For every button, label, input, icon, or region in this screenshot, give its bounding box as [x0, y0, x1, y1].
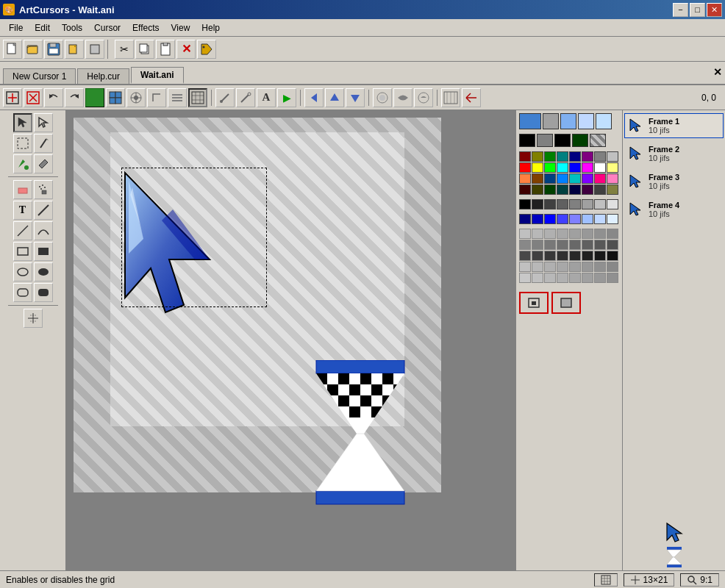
color-cell[interactable] — [557, 273, 568, 283]
color-cell[interactable] — [569, 162, 581, 173]
color-cell[interactable] — [519, 214, 531, 224]
spray-tool[interactable] — [34, 180, 53, 199]
effect-1-btn[interactable] — [373, 88, 392, 107]
color-cell[interactable] — [569, 173, 581, 184]
color-cell[interactable] — [532, 251, 543, 261]
frame-1-item[interactable]: Frame 1 10 jifs — [624, 113, 724, 138]
color-cell[interactable] — [557, 199, 568, 209]
curve-tool[interactable] — [34, 221, 53, 240]
color-cell[interactable] — [607, 240, 618, 250]
gray-swatch[interactable] — [537, 134, 553, 147]
color-cell[interactable] — [594, 184, 606, 195]
ellipse-tool[interactable] — [13, 262, 32, 282]
color-cell[interactable] — [519, 184, 531, 195]
dark-swatch[interactable] — [554, 134, 571, 147]
color-cell[interactable] — [532, 273, 543, 283]
menu-cursor[interactable]: Cursor — [88, 21, 126, 35]
color-swatch-2[interactable] — [578, 113, 594, 129]
color-cell[interactable] — [569, 262, 581, 272]
select-tool[interactable] — [13, 113, 32, 132]
rounded-rect-tool[interactable] — [13, 283, 32, 302]
tab-wait-ani[interactable]: Wait.ani — [131, 67, 184, 84]
dark-green-swatch[interactable] — [572, 134, 588, 147]
color-cell[interactable] — [582, 151, 593, 162]
filled-rounded-rect-tool[interactable] — [34, 283, 53, 302]
rect-tool[interactable] — [13, 242, 32, 261]
color-cell[interactable] — [607, 273, 618, 283]
color-cell[interactable] — [594, 229, 606, 239]
color-cell[interactable] — [544, 240, 556, 250]
color-cell[interactable] — [582, 214, 593, 224]
color-cell[interactable] — [557, 162, 568, 173]
paste-button[interactable] — [156, 40, 175, 59]
eraser-tool[interactable] — [13, 180, 32, 199]
effect-2-btn[interactable] — [393, 88, 413, 107]
active-bg-color[interactable] — [543, 113, 559, 129]
color-cell[interactable] — [607, 184, 618, 195]
color-cell[interactable] — [544, 251, 556, 261]
color-cell[interactable] — [569, 214, 581, 224]
menu-tools[interactable]: Tools — [56, 21, 88, 35]
color-cell[interactable] — [557, 251, 568, 261]
color-cell[interactable] — [607, 199, 618, 209]
color-cell[interactable] — [544, 273, 556, 283]
canvas-area[interactable] — [66, 110, 515, 570]
properties-button[interactable] — [85, 40, 104, 59]
color-cell[interactable] — [519, 162, 531, 173]
color-cell[interactable] — [557, 214, 568, 224]
zoom-out-btn[interactable] — [462, 88, 481, 107]
tab-help-cur[interactable]: Help.cur — [77, 68, 129, 84]
select-all-tool[interactable] — [34, 113, 53, 132]
move-down-btn[interactable] — [346, 88, 365, 107]
color-cell[interactable] — [582, 184, 593, 195]
color-cell[interactable] — [519, 173, 531, 184]
color-swatch-3[interactable] — [596, 113, 612, 129]
color-cell[interactable] — [594, 214, 606, 224]
menu-edit[interactable]: Edit — [29, 21, 56, 35]
new-frame-button[interactable] — [3, 88, 22, 107]
color-cell[interactable] — [532, 229, 543, 239]
redo-button[interactable] — [65, 88, 84, 107]
menu-file[interactable]: File — [3, 21, 29, 35]
new-button[interactable] — [3, 40, 22, 59]
color-cell[interactable] — [582, 199, 593, 209]
color-cell[interactable] — [582, 162, 593, 173]
color-cell[interactable] — [594, 199, 606, 209]
color-cell[interactable] — [519, 151, 531, 162]
airbrush-btn[interactable] — [236, 88, 255, 107]
color-cell[interactable] — [582, 240, 593, 250]
delete-button[interactable]: ✕ — [176, 40, 196, 59]
color-cell[interactable] — [582, 273, 593, 283]
hand-button[interactable] — [126, 88, 146, 107]
color-cell[interactable] — [544, 229, 556, 239]
save-button[interactable] — [44, 40, 63, 59]
extra-tool[interactable] — [34, 201, 53, 220]
menu-help[interactable]: Help — [196, 21, 226, 35]
color-cell[interactable] — [569, 229, 581, 239]
color-cell[interactable] — [557, 240, 568, 250]
color-cell[interactable] — [582, 251, 593, 261]
color-cell[interactable] — [569, 199, 581, 209]
frame-4-item[interactable]: Frame 4 10 jifs — [624, 197, 724, 222]
color-cell[interactable] — [532, 214, 543, 224]
color-cell[interactable] — [607, 173, 618, 184]
color-cell[interactable] — [594, 251, 606, 261]
color-cell[interactable] — [582, 229, 593, 239]
color-cell[interactable] — [544, 184, 556, 195]
color-cell[interactable] — [532, 151, 543, 162]
frame-2-item[interactable]: Frame 2 10 jifs — [624, 141, 724, 166]
color-cell[interactable] — [582, 173, 593, 184]
color-swatch-1[interactable] — [560, 113, 576, 129]
color-cell[interactable] — [519, 240, 531, 250]
maximize-button[interactable]: □ — [690, 3, 705, 17]
color-cell[interactable] — [594, 262, 606, 272]
copy-button[interactable] — [135, 40, 154, 59]
play-button[interactable]: ▶ — [277, 88, 296, 107]
minimize-button[interactable]: − — [673, 3, 688, 17]
color-cell[interactable] — [594, 173, 606, 184]
open-button[interactable] — [24, 40, 43, 59]
filled-ellipse-tool[interactable] — [34, 262, 53, 282]
color-cell[interactable] — [557, 262, 568, 272]
color-cell[interactable] — [532, 199, 543, 209]
filled-rect-tool[interactable] — [34, 242, 53, 261]
